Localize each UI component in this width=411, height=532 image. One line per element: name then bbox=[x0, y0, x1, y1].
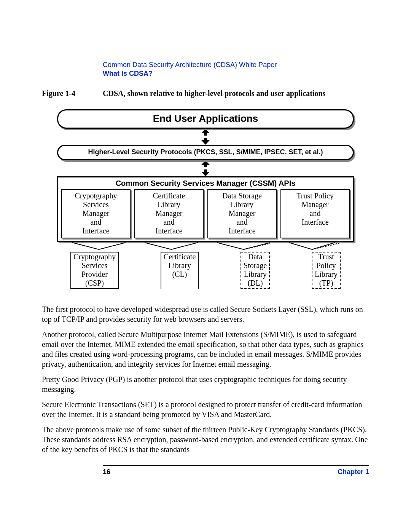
page-footer: 16 Chapter 1 bbox=[103, 468, 369, 476]
cl-plugin-box: Certificate Library (CL) bbox=[161, 252, 199, 289]
figure-label: Figure 1-4 bbox=[42, 89, 103, 98]
tp-plugin-box: Trust Policy Library (TP) bbox=[312, 252, 341, 289]
paragraph: Another protocol, called Secure Multipur… bbox=[42, 329, 369, 369]
page-header: Common Data Security Architecture (CDSA)… bbox=[103, 61, 369, 78]
data-storage-library-manager-box: Data Storage Library Manager and Interfa… bbox=[207, 189, 277, 238]
arrow-up-down-icon bbox=[57, 160, 354, 176]
certificate-library-manager-box: Certificate Library Manager and Interfac… bbox=[134, 189, 204, 238]
higher-level-protocols-box: Higher-Level Security Protocols (PKCS, S… bbox=[57, 145, 354, 160]
cssm-title: Common Security Services Manager (CSSM) … bbox=[58, 177, 353, 189]
header-section-title: What Is CDSA? bbox=[103, 70, 369, 78]
svg-marker-3 bbox=[201, 169, 210, 176]
figure-caption: CDSA, shown relative to higher-level pro… bbox=[103, 89, 369, 98]
crypto-services-manager-box: Crypotgraphy Services Manager and Interf… bbox=[61, 189, 131, 238]
body-text: The first protocol to have developed wid… bbox=[42, 304, 369, 454]
footer-rule bbox=[103, 465, 369, 466]
svg-marker-2 bbox=[201, 160, 210, 167]
architecture-diagram: End User Applications Higher-Level Secur… bbox=[57, 109, 354, 289]
chapter-label: Chapter 1 bbox=[338, 468, 369, 476]
header-doc-title: Common Data Security Architecture (CDSA)… bbox=[103, 61, 369, 69]
figure-title: Figure 1-4 CDSA, shown relative to highe… bbox=[42, 89, 369, 98]
paragraph: Pretty Good Privacy (PGP) is another pro… bbox=[42, 374, 369, 394]
page-number: 16 bbox=[103, 468, 110, 476]
paragraph: The first protocol to have developed wid… bbox=[42, 304, 369, 324]
csp-plugin-box: Cryptography Services Provider (CSP) bbox=[70, 252, 119, 289]
connector-lines bbox=[57, 242, 354, 252]
dl-plugin-box: Data Storage Library (DL) bbox=[241, 252, 270, 289]
paragraph: The above protocols make use of some sub… bbox=[42, 425, 369, 454]
end-user-applications-box: End User Applications bbox=[57, 109, 354, 129]
svg-marker-0 bbox=[201, 129, 210, 136]
arrow-up-down-icon bbox=[57, 129, 354, 145]
paragraph: Secure Electronic Transactions (SET) is … bbox=[42, 399, 369, 419]
trust-policy-manager-box: Trust Policy Manager and Interface bbox=[280, 189, 350, 238]
svg-marker-1 bbox=[201, 138, 210, 145]
cssm-apis-box: Common Security Services Manager (CSSM) … bbox=[57, 176, 354, 242]
